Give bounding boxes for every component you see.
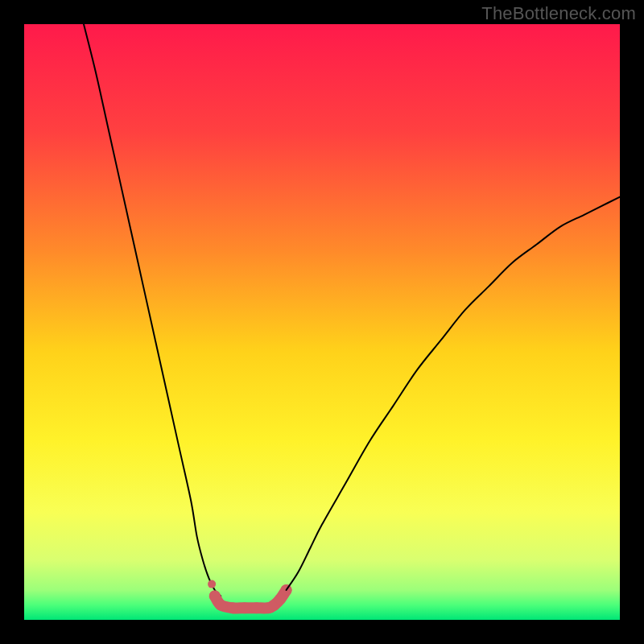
svg-point-1 <box>215 600 226 611</box>
svg-point-2 <box>227 602 238 613</box>
watermark-text: TheBottleneck.com <box>481 3 636 24</box>
chart-svg <box>24 24 620 620</box>
svg-point-4 <box>251 602 262 613</box>
gradient-background <box>24 24 620 620</box>
series-marker-dot <box>208 580 216 588</box>
plot-area <box>24 24 620 620</box>
svg-point-3 <box>239 602 250 613</box>
chart-frame: TheBottleneck.com <box>0 0 644 644</box>
